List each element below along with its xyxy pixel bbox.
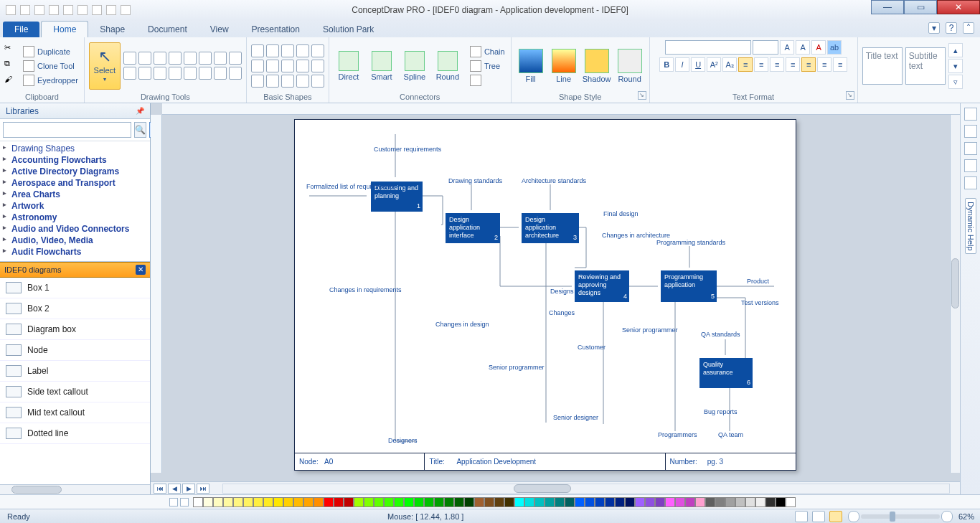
connector-opts-button[interactable] bbox=[468, 74, 507, 87]
subscript-button[interactable]: A₂ bbox=[722, 57, 737, 72]
color-swatch[interactable] bbox=[354, 497, 364, 507]
tab-nav-first[interactable]: ⏮ bbox=[154, 484, 166, 494]
color-swatch[interactable] bbox=[233, 497, 243, 507]
shape-section-header[interactable]: IDEF0 diagrams ✕ bbox=[0, 262, 150, 278]
category-item[interactable]: Audio and Video Connectors bbox=[0, 223, 150, 235]
diagram-node[interactable]: Quality assurance6 bbox=[699, 358, 753, 388]
collapse-ribbon-icon[interactable]: ˄ bbox=[963, 22, 974, 34]
shape-item[interactable]: Box 2 bbox=[0, 298, 150, 319]
color-swatch[interactable] bbox=[575, 497, 585, 507]
tool-icon[interactable] bbox=[199, 52, 212, 65]
diagram-node[interactable]: Programming application5 bbox=[661, 270, 717, 302]
color-swatch[interactable] bbox=[725, 497, 735, 507]
color-swatch[interactable] bbox=[484, 497, 494, 507]
shape-icon[interactable] bbox=[251, 44, 264, 57]
color-swatch[interactable] bbox=[213, 497, 223, 507]
shape-icon[interactable] bbox=[296, 44, 309, 57]
library-search-input[interactable] bbox=[3, 122, 131, 138]
zoom-slider[interactable] bbox=[861, 514, 940, 519]
color-swatch[interactable] bbox=[514, 497, 524, 507]
shape-style-launcher[interactable]: ↘ bbox=[638, 91, 646, 100]
qat-icon[interactable] bbox=[49, 5, 59, 15]
color-swatch[interactable] bbox=[524, 497, 534, 507]
font-family-field[interactable] bbox=[665, 40, 751, 55]
shape-icon[interactable] bbox=[281, 60, 294, 72]
page[interactable]: Discussing and planning1Design applicati… bbox=[294, 119, 796, 471]
shape-icon[interactable] bbox=[311, 44, 324, 57]
color-swatch[interactable] bbox=[705, 497, 715, 507]
color-swatch[interactable] bbox=[414, 497, 424, 507]
shape-icon[interactable] bbox=[266, 44, 279, 57]
sidestrip-icon[interactable] bbox=[964, 125, 977, 138]
tool-icon[interactable] bbox=[123, 67, 136, 80]
duplicate-button[interactable]: Duplicate bbox=[22, 45, 80, 58]
color-swatch[interactable] bbox=[635, 497, 645, 507]
shape-item[interactable]: Mid text callout bbox=[0, 402, 150, 423]
eyedropper-button[interactable]: Eyedropper bbox=[22, 74, 80, 87]
color-swatch[interactable] bbox=[645, 497, 655, 507]
shape-list[interactable]: Box 1Box 2Diagram boxNodeLabelSide text … bbox=[0, 278, 150, 484]
color-swatch[interactable] bbox=[283, 497, 293, 507]
close-button[interactable]: ✕ bbox=[937, 0, 980, 14]
color-swatch[interactable] bbox=[615, 497, 625, 507]
zoom-level[interactable]: 62% bbox=[958, 512, 974, 521]
tab-view[interactable]: View bbox=[199, 22, 240, 37]
tab-solution-park[interactable]: Solution Park bbox=[311, 22, 385, 37]
sidestrip-icon[interactable] bbox=[964, 142, 977, 155]
tool-icon[interactable] bbox=[138, 52, 151, 65]
search-button[interactable]: 🔍 bbox=[134, 122, 146, 138]
valign-top-button[interactable]: ≡ bbox=[801, 57, 816, 72]
grow-font-button[interactable]: A bbox=[780, 40, 794, 55]
tool-icon[interactable] bbox=[154, 52, 166, 65]
highlight-button[interactable]: ab bbox=[827, 40, 842, 55]
sidestrip-icon[interactable] bbox=[964, 159, 977, 172]
library-category-list[interactable]: Drawing Shapes Accounting Flowcharts Act… bbox=[0, 141, 150, 262]
fit-page-icon[interactable] bbox=[829, 511, 842, 522]
shape-icon[interactable] bbox=[266, 75, 279, 88]
color-swatch[interactable] bbox=[745, 497, 755, 507]
sidestrip-icon[interactable] bbox=[964, 176, 977, 189]
clone-tool-button[interactable]: Clone Tool bbox=[22, 60, 80, 72]
tree-button[interactable]: Tree bbox=[468, 60, 507, 72]
line-button[interactable]: Line bbox=[549, 49, 579, 83]
tool-icon[interactable] bbox=[184, 67, 197, 80]
tab-presentation[interactable]: Presentation bbox=[240, 22, 311, 37]
color-swatch[interactable] bbox=[765, 497, 776, 507]
shape-icon[interactable] bbox=[251, 75, 264, 88]
category-item[interactable]: Audio, Video, Media bbox=[0, 235, 150, 246]
tab-nav-next[interactable]: ▶ bbox=[182, 484, 195, 494]
diagram-node[interactable]: Design application architecture3 bbox=[522, 213, 579, 243]
smart-button[interactable]: Smart bbox=[367, 51, 397, 81]
color-swatch[interactable] bbox=[504, 497, 514, 507]
tool-icon[interactable] bbox=[229, 67, 242, 80]
shape-item[interactable]: Dotted line bbox=[0, 423, 150, 444]
shape-icon[interactable] bbox=[281, 44, 294, 57]
paste-icon[interactable]: 🖌 bbox=[4, 75, 19, 89]
qat-icon[interactable] bbox=[92, 5, 102, 15]
color-swatch[interactable] bbox=[565, 497, 575, 507]
align-left-button[interactable]: ≡ bbox=[738, 57, 753, 72]
tool-icon[interactable] bbox=[169, 52, 182, 65]
color-swatch[interactable] bbox=[695, 497, 705, 507]
tool-icon[interactable] bbox=[214, 52, 227, 65]
align-justify-button[interactable]: ≡ bbox=[786, 57, 800, 72]
style-more-button[interactable]: ▿ bbox=[948, 75, 963, 89]
tab-shape[interactable]: Shape bbox=[88, 22, 136, 37]
color-swatch[interactable] bbox=[474, 497, 484, 507]
style-more-button[interactable]: ▴ bbox=[948, 43, 963, 57]
shrink-font-button[interactable]: A bbox=[796, 40, 810, 55]
color-swatch[interactable] bbox=[434, 497, 444, 507]
tool-icon[interactable] bbox=[199, 67, 212, 80]
tool-icon[interactable] bbox=[214, 67, 227, 80]
color-swatch[interactable] bbox=[394, 497, 404, 507]
tool-icon[interactable] bbox=[184, 52, 197, 65]
round-button[interactable]: Round bbox=[433, 51, 463, 81]
align-center-button[interactable]: ≡ bbox=[754, 57, 768, 72]
tab-document[interactable]: Document bbox=[136, 22, 199, 37]
text-format-launcher[interactable]: ↘ bbox=[846, 91, 854, 100]
color-swatch[interactable] bbox=[685, 497, 695, 507]
color-swatch[interactable] bbox=[243, 497, 253, 507]
spline-button[interactable]: Spline bbox=[400, 51, 430, 81]
subtitle-text-box[interactable]: Subtitle text bbox=[905, 47, 946, 85]
sidestrip-icon[interactable] bbox=[964, 108, 977, 121]
